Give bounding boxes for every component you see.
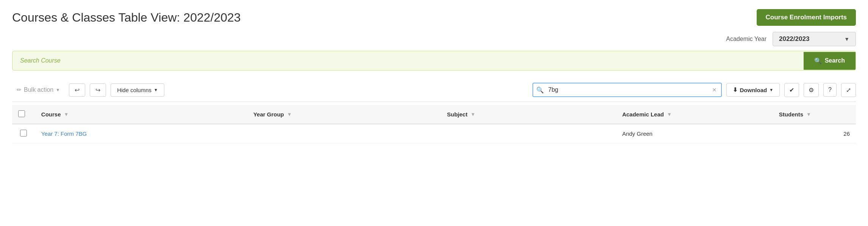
page-title: Courses & Classes Table View: 2022/2023 [12,11,241,25]
table-search-input[interactable] [547,83,711,96]
bulk-action-label: Bulk action [24,86,53,93]
column-subject-label: Subject [447,111,467,118]
courses-table: Course ▼ Year Group ▼ Subject ▼ [12,105,856,143]
download-label: Download [740,87,767,93]
row-checkbox[interactable] [20,130,27,137]
search-icon: 🔍 [536,86,544,94]
chevron-down-icon: ▼ [769,88,773,92]
sort-icon: ▼ [806,111,811,117]
sort-icon: ▼ [64,111,69,117]
search-icon: 🔍 [814,57,822,64]
row-subject [441,124,616,143]
search-clear-button[interactable]: × [711,86,718,94]
help-button[interactable]: ? [823,83,837,97]
column-header-academic-lead[interactable]: Academic Lead ▼ [616,105,773,124]
academic-year-value: 2022/2023 [779,35,809,43]
checkmark-button[interactable]: ✔ [784,83,799,97]
chevron-down-icon: ▼ [154,88,158,92]
expand-button[interactable]: ⤢ [841,83,856,97]
search-course-bar: 🔍 Search [12,51,856,71]
academic-year-label: Academic Year [726,36,767,42]
row-course: Year 7: Form 7BG [35,124,247,143]
settings-button[interactable]: ⚙ [804,83,819,97]
row-year-group [247,124,441,143]
row-students: 26 [773,124,856,143]
table-header-row: Course ▼ Year Group ▼ Subject ▼ [12,105,856,124]
undo-button[interactable]: ↩ [69,83,85,97]
chevron-down-icon: ▼ [56,88,60,92]
sort-icon: ▼ [287,111,292,117]
column-header-year-group[interactable]: Year Group ▼ [247,105,441,124]
search-course-button[interactable]: 🔍 Search [804,52,856,70]
course-enrolment-imports-button[interactable]: Course Enrolment Imports [757,9,856,26]
select-all-checkbox[interactable] [18,110,25,117]
bulk-action-button[interactable]: ✏ Bulk action ▼ [12,83,64,96]
sort-icon: ▼ [667,111,672,117]
column-header-students[interactable]: Students ▼ [773,105,856,124]
sort-icon: ▼ [470,111,475,117]
download-button[interactable]: ⬇ Download ▼ [726,83,780,97]
column-header-course[interactable]: Course ▼ [35,105,247,124]
hide-columns-label: Hide columns [117,87,151,93]
pencil-icon: ✏ [17,86,22,93]
table-row: Year 7: Form 7BG Andy Green 26 [12,124,856,143]
column-students-label: Students [779,111,803,118]
table-search-wrapper: 🔍 × [532,83,722,97]
column-header-subject[interactable]: Subject ▼ [441,105,616,124]
toolbar: ✏ Bulk action ▼ ↩ ↪ Hide columns ▼ 🔍 × ⬇… [12,78,856,102]
search-course-input[interactable] [12,51,804,70]
chevron-down-icon: ▼ [844,36,849,42]
academic-year-select[interactable]: 2022/2023 ▼ [773,32,856,46]
column-academic-lead-label: Academic Lead [622,111,664,118]
row-academic-lead: Andy Green [616,124,773,143]
select-all-header[interactable] [12,105,35,124]
column-course-label: Course [41,111,61,118]
column-year-group-label: Year Group [253,111,284,118]
redo-button[interactable]: ↪ [90,83,106,97]
download-icon: ⬇ [733,86,738,93]
course-link[interactable]: Year 7: Form 7BG [41,130,87,137]
hide-columns-button[interactable]: Hide columns ▼ [111,83,164,97]
row-checkbox-cell[interactable] [12,124,35,143]
